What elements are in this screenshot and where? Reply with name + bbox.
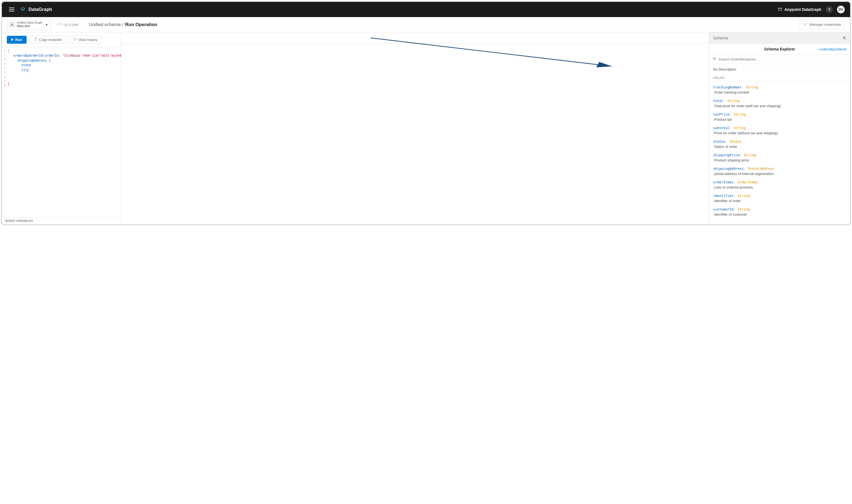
field-signature: status: Status (713, 140, 846, 144)
chevron-left-icon: ‹ (818, 47, 820, 51)
history-icon (73, 37, 77, 42)
run-button[interactable]: Run (7, 36, 26, 44)
field-description: postal address of internal organization (713, 172, 846, 176)
line-number: 6 (4, 75, 6, 79)
datagraph-logo-icon (20, 6, 26, 13)
schema-back-label: ordersByOrderId (820, 47, 846, 51)
schema-field[interactable]: total: StringTotal price for order (with… (713, 97, 846, 111)
line-number: 8 (4, 84, 6, 88)
field-description: Identifier of customer (713, 212, 846, 216)
menu-button[interactable] (7, 6, 16, 13)
breadcrumb-current: Run Operation (125, 22, 157, 28)
schema-field[interactable]: status: StatusStatus of order (713, 138, 846, 151)
line-number: 4 (4, 66, 6, 71)
schema-field[interactable]: subtotal: StringPrice for order (without… (713, 124, 846, 138)
editor-pane: Run Copy endpoint View history (2, 32, 121, 224)
chevron-down-icon: ▼ (45, 23, 48, 26)
breadcrumb-separator: / (122, 22, 124, 28)
field-signature: subtotal: String (713, 126, 846, 130)
editor-gutter: 1 2 3 ▾ 4 5 6 7 8 (2, 49, 7, 217)
search-icon (712, 57, 716, 61)
schema-pane: Schema ✕ Schema Explorer ‹ ordersByOrder… (709, 32, 850, 224)
field-description: Status of order (713, 145, 846, 149)
schema-search-input[interactable] (718, 57, 847, 61)
subheader: Unified Data Graph docs-env ▼ Up to date… (2, 17, 850, 32)
sync-status: Up to date (57, 22, 78, 27)
view-history-button[interactable]: View history (69, 36, 102, 44)
svg-line-7 (715, 59, 716, 60)
cloud-icon (57, 22, 62, 27)
clipboard-icon (34, 37, 37, 42)
user-avatar[interactable]: DU (837, 6, 845, 13)
schema-search[interactable] (709, 55, 850, 64)
breadcrumb-parent[interactable]: Unified schema (89, 22, 121, 28)
line-number: 5 (4, 71, 6, 75)
schema-field[interactable]: trackingNumber: StringOrder tracking num… (713, 84, 846, 97)
schema-back-link[interactable]: ‹ ordersByOrderId (818, 47, 846, 51)
key-icon (804, 22, 807, 27)
schema-explorer-header: Schema Explorer ‹ ordersByOrderId (709, 44, 850, 55)
field-signature: identifier: String (713, 194, 846, 198)
field-signature: shippingPrice: String (713, 153, 846, 157)
query-editor[interactable]: 1 2 3 ▾ 4 5 6 7 8 { ordersByOrderId(orde… (2, 47, 121, 217)
schema-field[interactable]: customerId: StringIdentifier of customer (713, 205, 846, 219)
product-link-icon (778, 7, 782, 12)
run-button-label: Run (15, 38, 22, 42)
action-bar: Run Copy endpoint View history (2, 32, 121, 47)
results-pane (121, 32, 709, 224)
play-icon (12, 38, 14, 41)
copy-endpoint-button[interactable]: Copy endpoint (30, 36, 66, 44)
schema-field[interactable]: shippingPrice: StringProduct shipping pr… (713, 151, 846, 165)
schema-field[interactable]: identifier: StringIdentifier of order (713, 192, 846, 205)
line-number: 7 (4, 79, 6, 84)
query-variables-panel[interactable]: QUERY VARIABLES (2, 217, 121, 224)
line-number: 1 (4, 49, 6, 53)
field-description: Price for order (without tax and shippin… (713, 131, 846, 135)
product-link-label: Anypoint DataGraph (784, 7, 821, 12)
project-line2: docs-env (17, 24, 42, 28)
field-description: Product shipping price (713, 158, 846, 162)
field-description: Lists of ordered products (713, 185, 846, 189)
field-signature: shippingAddress: PostalAddress (713, 166, 846, 170)
line-number: 2 (4, 53, 6, 57)
type-description: No Description (709, 64, 850, 73)
field-description: Identifier of order (713, 199, 846, 203)
topbar: DataGraph Anypoint DataGraph ? DU (2, 2, 850, 17)
field-signature: trackingNumber: String (713, 85, 846, 89)
field-signature: taxPrice: String (713, 112, 846, 116)
field-signature: total: String (713, 99, 846, 103)
svg-point-2 (804, 24, 805, 25)
field-description: Total price for order (with tax and ship… (713, 104, 846, 108)
schema-panel-label: Schema (713, 36, 728, 40)
svg-point-6 (713, 57, 715, 59)
help-button[interactable]: ? (826, 6, 833, 13)
field-description: Product tax (713, 118, 846, 122)
field-description: Order tracking number (713, 90, 846, 94)
svg-rect-0 (779, 8, 782, 10)
schema-field[interactable]: shippingAddress: PostalAddresspostal add… (713, 165, 846, 179)
view-history-label: View history (78, 38, 97, 42)
product-link[interactable]: Anypoint DataGraph (778, 7, 821, 12)
close-schema-button[interactable]: ✕ (842, 35, 846, 41)
field-signature: orderItems: OrderItems (713, 180, 846, 184)
field-signature: customerId: String (713, 207, 846, 211)
editor-code[interactable]: { ordersByOrderId(orderId: "51c0ba3a-7e6… (7, 49, 121, 217)
sync-status-label: Up to date (64, 23, 78, 26)
manage-credentials-label: Manage credentials (810, 22, 841, 26)
copy-endpoint-label: Copy endpoint (39, 38, 62, 42)
brand: DataGraph (20, 6, 52, 13)
schema-panel-header: Schema ✕ (709, 32, 850, 44)
project-picker[interactable]: Unified Data Graph docs-env ▼ (7, 19, 51, 30)
fields-section-header: FIELDS (709, 73, 850, 82)
manage-credentials-button[interactable]: Manage credentials (800, 20, 845, 29)
brand-name: DataGraph (29, 7, 52, 12)
schema-field[interactable]: orderItems: OrderItemsLists of ordered p… (713, 179, 846, 192)
fields-list: trackingNumber: StringOrder tracking num… (709, 82, 850, 222)
schema-field[interactable]: taxPrice: StringProduct tax (713, 111, 846, 124)
results-actionbar-spacer (121, 32, 709, 44)
project-icon (10, 22, 14, 27)
breadcrumb: Unified schema / Run Operation (89, 22, 157, 28)
line-number: 3 ▾ (4, 57, 6, 66)
